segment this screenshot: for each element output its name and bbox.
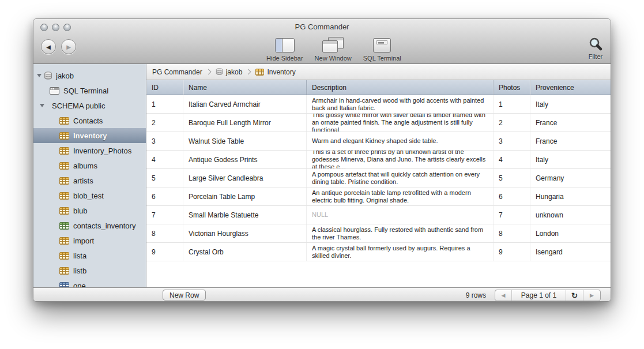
cell-name[interactable]: Antique Godess Prints — [183, 151, 307, 168]
cell-description[interactable]: A classical hourglass. Fully restored wi… — [307, 224, 494, 242]
cell-photos[interactable]: 2 — [494, 114, 530, 132]
cell-id[interactable]: 3 — [146, 132, 183, 150]
sidebar-item-inventory-photos[interactable]: Inventory_Photos — [33, 143, 146, 158]
column-header-description[interactable]: Description — [307, 80, 494, 95]
hide-sidebar-button[interactable]: Hide Sidebar — [266, 37, 303, 62]
cell-photos[interactable]: 3 — [494, 132, 530, 150]
cell-provenience[interactable]: France — [530, 114, 611, 132]
table-row[interactable]: 8 Victorian Hourglass A classical hourgl… — [146, 224, 611, 243]
table-row[interactable]: 5 Large Silver Candleabra A pompous arte… — [146, 169, 611, 187]
cell-name[interactable]: Baroque Full Length Mirror — [183, 114, 307, 132]
cell-description-null[interactable]: NULL — [307, 206, 494, 224]
cell-description[interactable]: This is a set of three prints by an unkn… — [307, 151, 494, 168]
minimize-window-button[interactable] — [52, 24, 59, 31]
search-icon — [588, 37, 603, 52]
titlebar[interactable]: PG Commander — [33, 19, 611, 35]
cell-name[interactable]: Crystal Orb — [183, 243, 307, 261]
sidebar-item-listb[interactable]: listb — [33, 263, 146, 278]
new-window-button[interactable]: New Window — [315, 37, 352, 62]
cell-photos[interactable]: 9 — [494, 243, 530, 261]
cell-provenience[interactable]: Isengard — [530, 243, 611, 261]
cell-description[interactable]: A magic crystal ball formerly used by au… — [307, 243, 494, 261]
cell-name[interactable]: Porcelain Table Lamp — [183, 187, 307, 205]
sql-terminal-icon — [373, 38, 391, 52]
cell-provenience[interactable]: London — [530, 224, 611, 242]
terminal-icon — [50, 87, 59, 95]
forward-button[interactable]: ▶ — [61, 39, 76, 54]
cell-provenience[interactable]: Italy — [530, 151, 611, 168]
sidebar-item-import[interactable]: import — [33, 233, 146, 248]
new-row-button[interactable]: New Row — [163, 290, 206, 301]
sidebar-item-sql-terminal[interactable]: SQL Terminal — [33, 83, 146, 98]
cell-photos[interactable]: 5 — [494, 169, 530, 187]
table-icon — [59, 252, 69, 260]
cell-name[interactable]: Large Silver Candleabra — [183, 169, 307, 187]
column-header-name[interactable]: Name — [183, 80, 307, 95]
filter-button[interactable]: Filter — [588, 37, 603, 60]
close-window-button[interactable] — [40, 24, 48, 31]
column-header-id[interactable]: ID — [146, 80, 183, 95]
cell-id[interactable]: 6 — [146, 187, 183, 205]
sql-terminal-button[interactable]: SQL Terminal — [363, 37, 401, 62]
column-header-provenience[interactable]: Provenience — [530, 80, 611, 95]
breadcrumb-item-table[interactable]: Inventory — [255, 68, 295, 76]
cell-provenience[interactable]: France — [530, 132, 611, 150]
sidebar-item-inventory[interactable]: Inventory — [33, 128, 146, 143]
cell-id[interactable]: 9 — [146, 243, 183, 261]
sidebar-item-lista[interactable]: lista — [33, 248, 146, 263]
table-row[interactable]: 9 Crystal Orb A magic crystal ball forme… — [146, 243, 611, 261]
breadcrumb-label: jakob — [226, 68, 243, 76]
cell-photos[interactable]: 7 — [494, 206, 530, 224]
breadcrumb-item-app[interactable]: PG Commander — [152, 68, 202, 76]
sidebar-item-contacts[interactable]: Contacts — [33, 113, 146, 128]
cell-name[interactable]: Small Marble Statuette — [183, 206, 307, 224]
previous-page-button[interactable]: ◀ — [495, 290, 512, 301]
cell-id[interactable]: 5 — [146, 169, 183, 187]
disclosure-triangle-icon[interactable] — [40, 104, 44, 107]
table-row[interactable]: 4 Antique Godess Prints This is a set of… — [146, 151, 611, 169]
table-row[interactable]: 7 Small Marble Statuette NULL 7 unknown — [146, 206, 611, 224]
cell-photos[interactable]: 6 — [494, 187, 530, 205]
cell-name[interactable]: Walnut Side Table — [183, 132, 307, 150]
table-row[interactable]: 3 Walnut Side Table Warm and elegant Kid… — [146, 132, 611, 151]
next-page-button[interactable]: ▶ — [583, 290, 600, 301]
cell-id[interactable]: 2 — [146, 114, 183, 132]
cell-id[interactable]: 1 — [146, 95, 183, 113]
sidebar-item-schema-public[interactable]: SCHEMA public — [33, 98, 146, 113]
column-header-photos[interactable]: Photos — [494, 80, 530, 95]
disclosure-triangle-icon[interactable] — [37, 74, 42, 77]
cell-id[interactable]: 8 — [146, 224, 183, 242]
table-row[interactable]: 1 Italian Carved Armchair Armchair in ha… — [146, 95, 611, 114]
sidebar-item-contacts-inventory[interactable]: contacts_inventory — [33, 218, 146, 233]
cell-description[interactable]: Armchair in hand-carved wood with gold a… — [307, 95, 494, 113]
cell-provenience[interactable]: Hungaria — [530, 187, 611, 205]
sidebar-item-blub[interactable]: blub — [33, 203, 146, 218]
cell-description[interactable]: An antique porcelain table lamp retrofit… — [307, 187, 494, 205]
chevron-right-icon — [205, 69, 211, 75]
cell-photos[interactable]: 4 — [494, 151, 530, 168]
breadcrumb-item-database[interactable]: jakob — [216, 68, 243, 76]
cell-name[interactable]: Victorian Hourglass — [183, 224, 307, 242]
cell-description[interactable]: This glossy white mirror with silver det… — [307, 114, 494, 132]
cell-provenience[interactable]: unknown — [530, 206, 611, 224]
table-row[interactable]: 6 Porcelain Table Lamp An antique porcel… — [146, 187, 611, 206]
cell-name[interactable]: Italian Carved Armchair — [183, 95, 307, 113]
back-button[interactable]: ◀ — [41, 39, 56, 54]
sidebar-item-jakob[interactable]: jakob — [33, 68, 146, 83]
zoom-window-button[interactable] — [63, 24, 71, 31]
sidebar-item-label: albums — [73, 162, 97, 170]
cell-provenience[interactable]: Germany — [530, 169, 611, 187]
cell-photos[interactable]: 8 — [494, 224, 530, 242]
cell-provenience[interactable]: Italy — [530, 95, 611, 113]
cell-description[interactable]: A pompous artefact that will quickly cat… — [307, 169, 494, 187]
cell-photos[interactable]: 1 — [494, 95, 530, 113]
cell-id[interactable]: 7 — [146, 206, 183, 224]
sidebar-item-albums[interactable]: albums — [33, 158, 146, 173]
refresh-button[interactable]: ↻ — [566, 290, 583, 301]
sidebar-item-blob-test[interactable]: blob_test — [33, 188, 146, 203]
table-row[interactable]: 2 Baroque Full Length Mirror This glossy… — [146, 114, 611, 132]
sidebar-item-one[interactable]: one — [33, 278, 146, 287]
sidebar-item-artists[interactable]: artists — [33, 173, 146, 188]
cell-id[interactable]: 4 — [146, 151, 183, 168]
cell-description[interactable]: Warm and elegant Kidney shaped side tabl… — [307, 132, 494, 150]
